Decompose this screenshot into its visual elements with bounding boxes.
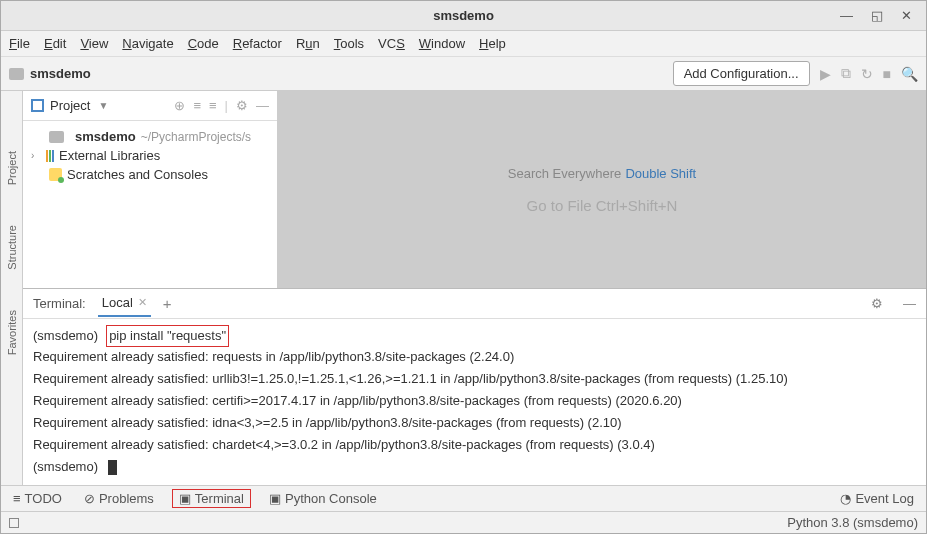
minimize-icon[interactable]: —	[840, 8, 853, 23]
menu-file[interactable]: File	[9, 36, 30, 51]
interpreter-label[interactable]: Python 3.8 (smsdemo)	[787, 515, 918, 530]
library-icon	[46, 150, 54, 162]
window-title: smsdemo	[433, 8, 494, 23]
terminal-panel: Terminal: Local✕ + ⚙ — (smsdemo) pip ins…	[23, 288, 926, 485]
menu-edit[interactable]: Edit	[44, 36, 66, 51]
menu-code[interactable]: Code	[188, 36, 219, 51]
stop-icon[interactable]: ■	[883, 66, 891, 82]
double-shift-link[interactable]: Double Shift	[625, 166, 696, 181]
tab-structure[interactable]: Structure	[6, 225, 18, 270]
collapse-all-icon[interactable]: ≡	[209, 98, 217, 113]
project-view-label[interactable]: Project	[50, 98, 90, 113]
new-terminal-icon[interactable]: +	[163, 295, 172, 312]
tab-todo[interactable]: ≡ TODO	[9, 489, 66, 508]
breadcrumb-project[interactable]: smsdemo	[30, 66, 91, 81]
left-tool-tabs: Project Structure Favorites	[1, 91, 23, 485]
menu-view[interactable]: View	[80, 36, 108, 51]
highlighted-command: pip install "requests"	[106, 325, 229, 347]
tab-favorites[interactable]: Favorites	[6, 310, 18, 355]
close-icon[interactable]: ✕	[901, 8, 912, 23]
project-tree[interactable]: smsdemo ~/PycharmProjects/s › External L…	[23, 121, 277, 190]
folder-icon	[9, 68, 24, 80]
menu-navigate[interactable]: Navigate	[122, 36, 173, 51]
statusbar: Python 3.8 (smsdemo)	[1, 511, 926, 533]
hide-icon[interactable]: —	[256, 98, 269, 113]
search-icon[interactable]: 🔍	[901, 66, 918, 82]
tab-python-console[interactable]: ▣ Python Console	[265, 489, 381, 508]
menu-window[interactable]: Window	[419, 36, 465, 51]
titlebar: smsdemo — ◱ ✕	[1, 1, 926, 31]
status-icon[interactable]	[9, 518, 19, 528]
menu-help[interactable]: Help	[479, 36, 506, 51]
close-tab-icon[interactable]: ✕	[138, 296, 147, 309]
menu-refactor[interactable]: Refactor	[233, 36, 282, 51]
tab-project[interactable]: Project	[6, 151, 18, 185]
expand-all-icon[interactable]: ≡	[193, 98, 201, 113]
tab-terminal[interactable]: ▣ Terminal	[172, 489, 251, 508]
scratch-icon	[49, 168, 62, 181]
menu-tools[interactable]: Tools	[334, 36, 364, 51]
event-log[interactable]: ◔ Event Log	[836, 489, 918, 508]
run-icon[interactable]: ▶	[820, 66, 831, 82]
tree-root[interactable]: smsdemo ~/PycharmProjects/s	[23, 127, 277, 146]
terminal-settings-icon[interactable]: ⚙	[871, 296, 883, 311]
menubar: File Edit View Navigate Code Refactor Ru…	[1, 31, 926, 57]
project-pane: Project ▼ ⊕ ≡ ≡ | ⚙ — smsdemo	[23, 91, 278, 288]
project-view-icon	[31, 99, 44, 112]
select-opened-icon[interactable]: ⊕	[174, 98, 185, 113]
navbar: smsdemo Add Configuration... ▶ ⧉ ↻ ■ 🔍	[1, 57, 926, 91]
folder-icon	[49, 131, 64, 143]
editor-placeholder: Search Everywhere Double Shift Go to Fil…	[278, 91, 926, 288]
maximize-icon[interactable]: ◱	[871, 8, 883, 23]
coverage-icon[interactable]: ↻	[861, 66, 873, 82]
tree-scratches[interactable]: Scratches and Consoles	[23, 165, 277, 184]
menu-vcs[interactable]: VCS	[378, 36, 405, 51]
menu-run[interactable]: Run	[296, 36, 320, 51]
add-configuration-button[interactable]: Add Configuration...	[673, 61, 810, 86]
terminal-output[interactable]: (smsdemo) pip install "requests" Require…	[23, 319, 926, 485]
debug-icon[interactable]: ⧉	[841, 65, 851, 82]
gear-icon[interactable]: ⚙	[236, 98, 248, 113]
cursor	[108, 460, 117, 475]
tree-external-libs[interactable]: › External Libraries	[23, 146, 277, 165]
terminal-label: Terminal:	[33, 296, 86, 311]
chevron-down-icon[interactable]: ▼	[98, 100, 108, 111]
hide-terminal-icon[interactable]: —	[903, 296, 916, 311]
terminal-tab-local[interactable]: Local✕	[98, 290, 151, 317]
bottom-toolbar: ≡ TODO ⊘ Problems ▣ Terminal ▣ Python Co…	[1, 485, 926, 511]
tab-problems[interactable]: ⊘ Problems	[80, 489, 158, 508]
